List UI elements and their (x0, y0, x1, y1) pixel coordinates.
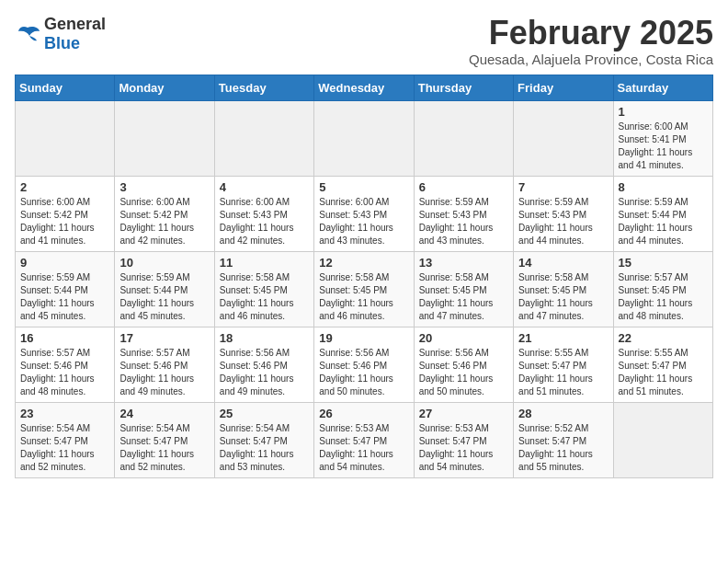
day-number: 13 (419, 256, 508, 270)
calendar-cell: 16Sunrise: 5:57 AM Sunset: 5:46 PM Dayli… (16, 327, 115, 402)
day-info: Sunrise: 5:59 AM Sunset: 5:44 PM Dayligh… (619, 196, 708, 247)
calendar-cell (414, 100, 513, 176)
day-info: Sunrise: 5:59 AM Sunset: 5:43 PM Dayligh… (518, 196, 608, 247)
day-number: 9 (20, 256, 109, 270)
day-number: 4 (220, 180, 309, 194)
calendar-cell: 14Sunrise: 5:58 AM Sunset: 5:45 PM Dayli… (514, 251, 613, 327)
calendar-cell: 18Sunrise: 5:56 AM Sunset: 5:46 PM Dayli… (214, 327, 313, 402)
day-info: Sunrise: 5:59 AM Sunset: 5:44 PM Dayligh… (119, 271, 209, 323)
day-number: 19 (319, 331, 408, 345)
calendar-cell (115, 100, 214, 176)
calendar-header-tuesday: Tuesday (214, 75, 313, 100)
day-number: 25 (220, 407, 309, 420)
day-number: 18 (220, 331, 309, 345)
calendar-cell (214, 100, 313, 176)
calendar-week-row: 16Sunrise: 5:57 AM Sunset: 5:46 PM Dayli… (16, 327, 713, 402)
calendar-cell: 6Sunrise: 5:59 AM Sunset: 5:43 PM Daylig… (414, 176, 513, 251)
calendar-cell: 21Sunrise: 5:55 AM Sunset: 5:47 PM Dayli… (514, 327, 613, 402)
calendar-week-row: 1Sunrise: 6:00 AM Sunset: 5:41 PM Daylig… (16, 100, 713, 176)
calendar-cell: 1Sunrise: 6:00 AM Sunset: 5:41 PM Daylig… (613, 100, 712, 176)
day-number: 17 (119, 331, 209, 345)
calendar-cell: 20Sunrise: 5:56 AM Sunset: 5:46 PM Dayli… (414, 327, 513, 402)
title-block: February 2025 Quesada, Alajuela Province… (469, 15, 713, 67)
day-info: Sunrise: 6:00 AM Sunset: 5:42 PM Dayligh… (20, 196, 109, 247)
day-info: Sunrise: 5:58 AM Sunset: 5:45 PM Dayligh… (220, 271, 309, 323)
calendar-header-thursday: Thursday (414, 75, 513, 100)
calendar-cell: 25Sunrise: 5:54 AM Sunset: 5:47 PM Dayli… (214, 402, 313, 477)
calendar-table: SundayMondayTuesdayWednesdayThursdayFrid… (15, 75, 713, 478)
day-info: Sunrise: 5:56 AM Sunset: 5:46 PM Dayligh… (319, 347, 408, 398)
calendar-cell: 24Sunrise: 5:54 AM Sunset: 5:47 PM Dayli… (115, 402, 214, 477)
day-info: Sunrise: 5:58 AM Sunset: 5:45 PM Dayligh… (518, 271, 608, 323)
day-number: 26 (319, 407, 408, 420)
calendar-cell: 13Sunrise: 5:58 AM Sunset: 5:45 PM Dayli… (414, 251, 513, 327)
day-number: 21 (518, 331, 608, 345)
calendar-cell: 9Sunrise: 5:59 AM Sunset: 5:44 PM Daylig… (16, 251, 115, 327)
day-info: Sunrise: 5:52 AM Sunset: 5:47 PM Dayligh… (518, 422, 608, 474)
calendar-header-monday: Monday (115, 75, 214, 100)
day-info: Sunrise: 6:00 AM Sunset: 5:42 PM Dayligh… (119, 196, 209, 247)
calendar-header-saturday: Saturday (613, 75, 712, 100)
day-info: Sunrise: 5:54 AM Sunset: 5:47 PM Dayligh… (20, 422, 109, 474)
logo-general: General (44, 15, 106, 33)
calendar-week-row: 23Sunrise: 5:54 AM Sunset: 5:47 PM Dayli… (16, 402, 713, 477)
calendar-cell: 7Sunrise: 5:59 AM Sunset: 5:43 PM Daylig… (514, 176, 613, 251)
day-number: 5 (319, 180, 408, 194)
calendar-cell: 10Sunrise: 5:59 AM Sunset: 5:44 PM Dayli… (115, 251, 214, 327)
calendar-cell (514, 100, 613, 176)
day-number: 6 (419, 180, 508, 194)
day-info: Sunrise: 6:00 AM Sunset: 5:41 PM Dayligh… (619, 121, 708, 172)
calendar-cell: 28Sunrise: 5:52 AM Sunset: 5:47 PM Dayli… (514, 402, 613, 477)
logo-text: General Blue (44, 15, 106, 53)
calendar-cell: 26Sunrise: 5:53 AM Sunset: 5:47 PM Dayli… (314, 402, 414, 477)
day-info: Sunrise: 5:57 AM Sunset: 5:46 PM Dayligh… (20, 347, 109, 398)
day-number: 22 (619, 331, 708, 345)
day-number: 27 (419, 407, 508, 420)
day-number: 16 (20, 331, 109, 345)
calendar-cell: 4Sunrise: 6:00 AM Sunset: 5:43 PM Daylig… (214, 176, 313, 251)
day-info: Sunrise: 5:57 AM Sunset: 5:46 PM Dayligh… (119, 347, 209, 398)
day-number: 2 (20, 180, 109, 194)
day-info: Sunrise: 5:56 AM Sunset: 5:46 PM Dayligh… (220, 347, 309, 398)
calendar-cell (16, 100, 115, 176)
day-number: 28 (518, 407, 608, 420)
day-number: 3 (119, 180, 209, 194)
day-info: Sunrise: 5:58 AM Sunset: 5:45 PM Dayligh… (319, 271, 408, 323)
logo-bird-icon (15, 24, 40, 44)
day-info: Sunrise: 6:00 AM Sunset: 5:43 PM Dayligh… (319, 196, 408, 247)
day-number: 11 (220, 256, 309, 270)
day-number: 23 (20, 407, 109, 420)
day-info: Sunrise: 5:54 AM Sunset: 5:47 PM Dayligh… (220, 422, 309, 474)
day-number: 24 (119, 407, 209, 420)
calendar-cell: 15Sunrise: 5:57 AM Sunset: 5:45 PM Dayli… (613, 251, 712, 327)
day-info: Sunrise: 6:00 AM Sunset: 5:43 PM Dayligh… (220, 196, 309, 247)
day-number: 20 (419, 331, 508, 345)
day-number: 14 (518, 256, 608, 270)
day-info: Sunrise: 5:53 AM Sunset: 5:47 PM Dayligh… (319, 422, 408, 474)
calendar-cell: 17Sunrise: 5:57 AM Sunset: 5:46 PM Dayli… (115, 327, 214, 402)
day-number: 12 (319, 256, 408, 270)
calendar-cell: 8Sunrise: 5:59 AM Sunset: 5:44 PM Daylig… (613, 176, 712, 251)
calendar-week-row: 2Sunrise: 6:00 AM Sunset: 5:42 PM Daylig… (16, 176, 713, 251)
day-info: Sunrise: 5:55 AM Sunset: 5:47 PM Dayligh… (619, 347, 708, 398)
day-number: 15 (619, 256, 708, 270)
day-info: Sunrise: 5:55 AM Sunset: 5:47 PM Dayligh… (518, 347, 608, 398)
calendar-cell: 19Sunrise: 5:56 AM Sunset: 5:46 PM Dayli… (314, 327, 414, 402)
calendar-header-sunday: Sunday (16, 75, 115, 100)
calendar-week-row: 9Sunrise: 5:59 AM Sunset: 5:44 PM Daylig… (16, 251, 713, 327)
page-header: General Blue February 2025 Quesada, Alaj… (15, 15, 713, 67)
day-info: Sunrise: 5:56 AM Sunset: 5:46 PM Dayligh… (419, 347, 508, 398)
logo-blue: Blue (44, 34, 80, 52)
day-info: Sunrise: 5:59 AM Sunset: 5:44 PM Dayligh… (20, 271, 109, 323)
day-info: Sunrise: 5:58 AM Sunset: 5:45 PM Dayligh… (419, 271, 508, 323)
day-info: Sunrise: 5:59 AM Sunset: 5:43 PM Dayligh… (419, 196, 508, 247)
day-number: 1 (619, 105, 708, 119)
day-number: 8 (619, 180, 708, 194)
calendar-header-wednesday: Wednesday (314, 75, 414, 100)
day-number: 7 (518, 180, 608, 194)
calendar-cell (613, 402, 712, 477)
calendar-cell: 27Sunrise: 5:53 AM Sunset: 5:47 PM Dayli… (414, 402, 513, 477)
day-number: 10 (119, 256, 209, 270)
day-info: Sunrise: 5:57 AM Sunset: 5:45 PM Dayligh… (619, 271, 708, 323)
calendar-cell: 5Sunrise: 6:00 AM Sunset: 5:43 PM Daylig… (314, 176, 414, 251)
